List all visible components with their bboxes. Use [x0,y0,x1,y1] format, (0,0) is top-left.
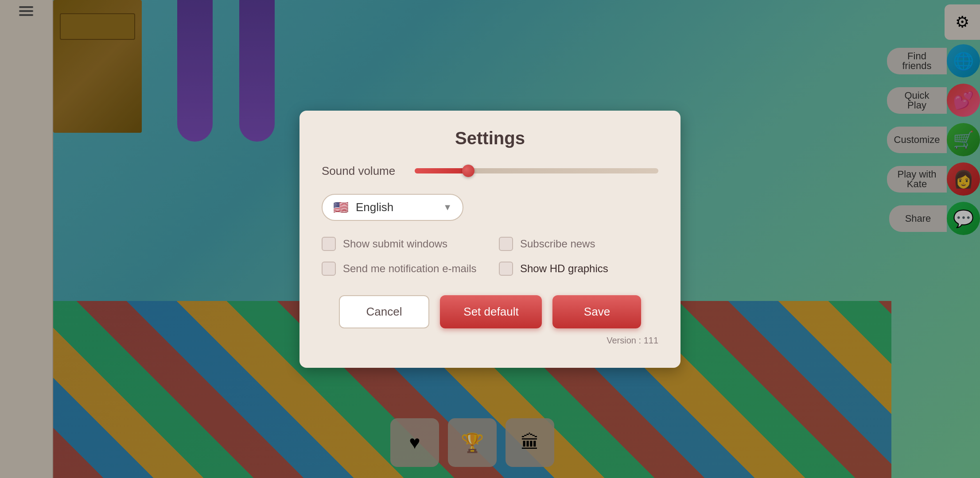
modal-buttons: Cancel Set default Save [322,295,658,328]
subscribe-news-row[interactable]: Subscribe news [499,237,658,251]
volume-label: Sound volume [322,164,401,178]
language-dropdown[interactable]: 🇺🇸 English ▼ [322,194,463,221]
flag-icon: 🇺🇸 [333,200,349,215]
notification-email-row[interactable]: Send me notification e-mails [322,262,481,276]
volume-slider-container [415,166,658,176]
slider-fill [415,168,468,173]
checkboxes-grid: Show submit windows Subscribe news Send … [322,237,658,276]
chevron-down-icon: ▼ [443,202,452,212]
cancel-button[interactable]: Cancel [339,295,430,328]
hd-graphics-row[interactable]: Show HD graphics [499,262,658,276]
subscribe-news-checkbox[interactable] [499,237,513,251]
hd-graphics-checkbox[interactable] [499,262,513,276]
subscribe-news-label: Subscribe news [520,238,595,250]
show-submit-label: Show submit windows [343,238,447,250]
language-text: English [356,200,436,214]
notification-email-checkbox[interactable] [322,262,336,276]
hd-graphics-label: Show HD graphics [520,262,608,275]
set-default-button[interactable]: Set default [440,295,542,328]
settings-modal: Settings Sound volume 🇺🇸 English ▼ Show … [299,111,681,368]
version-text: Version : 111 [322,335,658,346]
volume-row: Sound volume [322,164,658,178]
save-button[interactable]: Save [552,295,641,328]
show-submit-checkbox[interactable] [322,237,336,251]
notification-email-label: Send me notification e-mails [343,262,476,275]
slider-thumb[interactable] [462,165,474,177]
modal-overlay: Settings Sound volume 🇺🇸 English ▼ Show … [0,0,980,478]
modal-title: Settings [322,128,658,148]
slider-track [415,168,658,173]
show-submit-row[interactable]: Show submit windows [322,237,481,251]
